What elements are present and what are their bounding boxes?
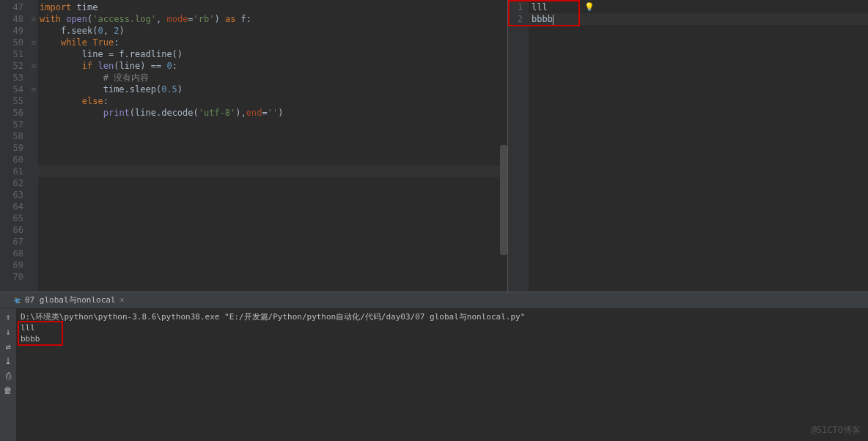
fold-marker [29, 130, 38, 142]
fold-marker [29, 201, 38, 212]
code-line[interactable]: while True: [38, 37, 507, 48]
code-line[interactable]: print(line.decode('utf-8'),end='') [38, 107, 507, 119]
svg-point-0 [15, 297, 17, 299]
close-icon[interactable]: × [120, 296, 125, 304]
fold-marker [29, 154, 38, 166]
line-number: 57 [0, 119, 23, 130]
fold-marker [29, 72, 38, 84]
right-editor-pane: 12 💡 lllbbbb [507, 0, 868, 292]
fold-marker [29, 1, 38, 13]
code-line[interactable] [38, 201, 507, 212]
code-line[interactable] [38, 248, 507, 259]
line-number: 62 [0, 177, 23, 189]
code-line[interactable]: bbbb [529, 13, 868, 25]
line-number: 54 [0, 84, 23, 95]
line-number: 69 [0, 259, 23, 271]
line-number: 60 [0, 154, 23, 166]
fold-marker[interactable]: ⊟ [29, 13, 38, 25]
line-number: 1 [508, 1, 523, 13]
line-number: 67 [0, 236, 23, 248]
line-number: 55 [0, 95, 23, 107]
down-arrow-icon[interactable]: ↓ [2, 326, 14, 338]
code-line[interactable]: line = f.readline() [38, 48, 507, 60]
line-number: 70 [0, 271, 23, 283]
fold-marker[interactable]: ⊟ [29, 84, 38, 95]
fold-marker [29, 166, 38, 177]
scrollbar-thumb[interactable] [500, 145, 507, 255]
print-icon[interactable]: ⎙ [2, 370, 14, 382]
code-line[interactable] [38, 236, 507, 248]
code-line[interactable]: else: [38, 95, 507, 107]
code-line[interactable]: time.sleep(0.5) [38, 84, 507, 95]
watermark-text: @51CTO博客 [812, 424, 861, 437]
code-line[interactable] [38, 142, 507, 154]
console-output[interactable]: D:\环境类\python\python-3.8.6\python38.exe … [16, 308, 868, 441]
line-number: 52 [0, 60, 23, 72]
console-line: bbbb [21, 333, 864, 344]
code-line[interactable]: with open('access.log', mode='rb') as f: [38, 13, 507, 25]
console-body: ↑ ↓ ⇄ ⤓ ⎙ 🗑 D:\环境类\python\python-3.8.6\p… [0, 308, 868, 441]
line-number: 50 [0, 37, 23, 48]
wrap-icon[interactable]: ⇄ [2, 341, 14, 352]
up-arrow-icon[interactable]: ↑ [2, 311, 14, 323]
line-number: 63 [0, 189, 23, 201]
code-line[interactable] [38, 189, 507, 201]
line-number: 59 [0, 142, 23, 154]
line-number: 51 [0, 48, 23, 60]
line-number: 66 [0, 224, 23, 236]
fold-marker [29, 142, 38, 154]
left-editor-pane: 4748495051525354555657585960616263646566… [0, 0, 507, 292]
run-tab-label[interactable]: 07 global与nonlocal [25, 294, 116, 305]
code-line[interactable] [38, 224, 507, 236]
line-number: 58 [0, 130, 23, 142]
svg-point-1 [19, 302, 21, 303]
run-tab-bar: 07 global与nonlocal × [0, 292, 868, 308]
code-line[interactable] [38, 154, 507, 166]
scroll-end-icon[interactable]: ⤓ [2, 355, 14, 367]
line-number: 47 [0, 1, 23, 13]
code-line[interactable]: # 没有内容 [38, 72, 507, 84]
code-line[interactable]: import time [38, 1, 507, 13]
fold-marker[interactable]: ⊟ [29, 60, 38, 72]
code-line[interactable] [38, 259, 507, 271]
run-tool-window: 07 global与nonlocal × ↑ ↓ ⇄ ⤓ ⎙ 🗑 D:\环境类\… [0, 292, 868, 441]
line-number: 64 [0, 201, 23, 212]
code-line[interactable] [38, 212, 507, 224]
line-number: 48 [0, 13, 23, 25]
code-line[interactable]: lll [529, 1, 868, 13]
console-line: D:\环境类\python\python-3.8.6\python38.exe … [21, 311, 864, 322]
fold-marker [29, 271, 38, 283]
code-line[interactable] [38, 119, 507, 130]
text-cursor [553, 15, 553, 25]
code-line[interactable]: f.seek(0, 2) [38, 25, 507, 37]
line-number: 65 [0, 212, 23, 224]
fold-marker [29, 95, 38, 107]
line-number: 61 [0, 166, 23, 177]
fold-marker [29, 107, 38, 119]
code-line[interactable] [38, 166, 507, 177]
fold-marker[interactable]: ⊟ [29, 37, 38, 48]
fold-marker [29, 189, 38, 201]
python-icon [13, 296, 22, 305]
code-area[interactable]: import timewith open('access.log', mode=… [38, 0, 507, 292]
line-number: 56 [0, 107, 23, 119]
trash-icon[interactable]: 🗑 [2, 385, 14, 396]
fold-marker [29, 259, 38, 271]
fold-marker [29, 25, 38, 37]
fold-marker [29, 224, 38, 236]
code-area[interactable]: 💡 lllbbbb [529, 0, 868, 292]
code-line[interactable]: if len(line) == 0: [38, 60, 507, 72]
fold-gutter: ⊟⊟⊟⊟ [29, 0, 38, 292]
line-number: 53 [0, 72, 23, 84]
console-line: lll [21, 322, 864, 333]
lightbulb-icon[interactable]: 💡 [584, 1, 595, 13]
code-line[interactable] [38, 271, 507, 283]
fold-marker [29, 119, 38, 130]
fold-marker [29, 48, 38, 60]
code-line[interactable] [38, 130, 507, 142]
line-number-gutter: 4748495051525354555657585960616263646566… [0, 0, 29, 292]
fold-marker [29, 236, 38, 248]
code-line[interactable] [38, 177, 507, 189]
fold-marker [29, 177, 38, 189]
fold-marker [29, 212, 38, 224]
